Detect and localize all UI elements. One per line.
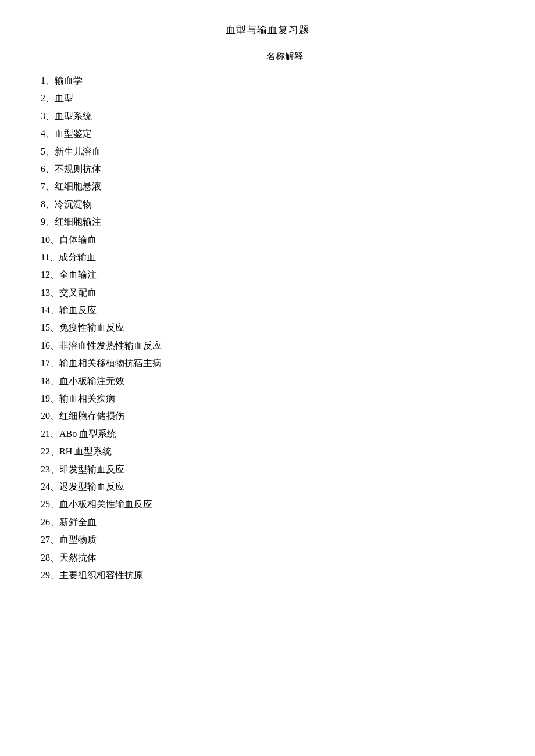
list-item: 1、输血学 [35, 72, 500, 89]
list-item: 25、血小板相关性输血反应 [35, 496, 500, 513]
list-item: 3、血型系统 [35, 108, 500, 125]
list-item: 27、血型物质 [35, 531, 500, 549]
list-item: 11、成分输血 [35, 249, 500, 266]
list-item: 9、红细胞输注 [35, 213, 500, 231]
list-item: 7、红细胞悬液 [35, 178, 500, 195]
list-item: 23、即发型输血反应 [35, 461, 500, 478]
page-title: 血型与输血复习题 [35, 23, 500, 37]
item-list: 1、输血学2、血型3、血型系统4、血型鉴定5、新生儿溶血6、不规则抗体7、红细胞… [35, 72, 500, 584]
list-item: 22、RH 血型系统 [35, 443, 500, 460]
list-item: 16、非溶血性发热性输血反应 [35, 337, 500, 354]
list-item: 13、交叉配血 [35, 284, 500, 302]
list-item: 12、全血输注 [35, 266, 500, 284]
list-item: 24、迟发型输血反应 [35, 478, 500, 496]
list-item: 19、输血相关疾病 [35, 390, 500, 407]
list-item: 15、免疫性输血反应 [35, 319, 500, 336]
list-item: 6、不规则抗体 [35, 160, 500, 178]
list-item: 14、输血反应 [35, 302, 500, 319]
list-item: 21、ABo 血型系统 [35, 425, 500, 443]
list-item: 26、新鲜全血 [35, 514, 500, 531]
list-item: 2、血型 [35, 89, 500, 107]
list-item: 29、主要组织相容性抗原 [35, 567, 500, 584]
list-item: 28、天然抗体 [35, 549, 500, 567]
page-container: 血型与输血复习题 名称解释 1、输血学2、血型3、血型系统4、血型鉴定5、新生儿… [35, 23, 500, 584]
list-item: 20、红细胞存储损伤 [35, 407, 500, 425]
list-item: 4、血型鉴定 [35, 125, 500, 142]
list-item: 8、冷沉淀物 [35, 196, 500, 213]
list-item: 17、输血相关移植物抗宿主病 [35, 354, 500, 372]
list-item: 5、新生儿溶血 [35, 143, 500, 160]
list-item: 18、血小板输注无效 [35, 372, 500, 390]
section-header: 名称解释 [70, 51, 500, 63]
list-item: 10、自体输血 [35, 231, 500, 249]
